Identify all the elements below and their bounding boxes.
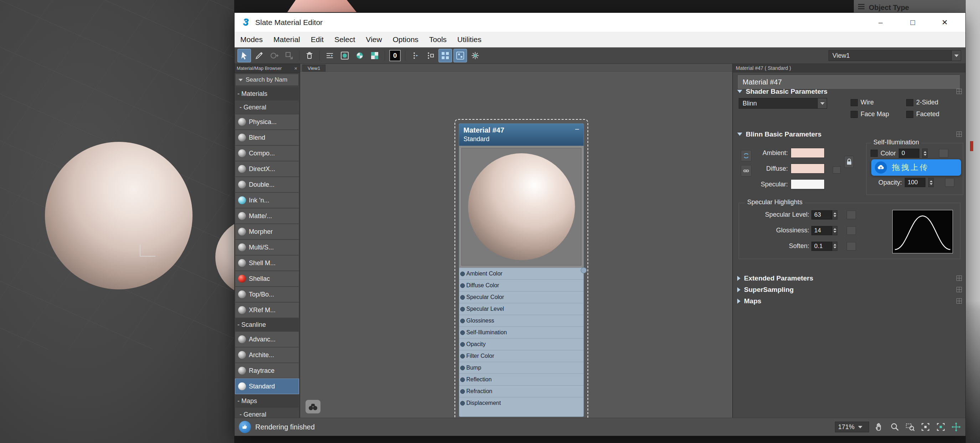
browser-row[interactable]: - Maps [235, 395, 299, 407]
pan-hand-icon[interactable] [875, 422, 885, 432]
browser-row[interactable]: XRef M... [235, 303, 299, 318]
slot-socket-icon[interactable] [460, 272, 465, 276]
browser-row[interactable]: - Scanline [235, 318, 299, 331]
checkbox-box[interactable] [906, 99, 913, 106]
search-dropdown-icon[interactable] [239, 79, 243, 81]
browser-row[interactable]: Shell M... [235, 256, 299, 270]
menu-item[interactable]: Modes [240, 35, 263, 44]
put-to-scene-button[interactable] [267, 49, 281, 62]
node-slot[interactable]: Bump [459, 362, 584, 373]
opacity-map-button[interactable] [945, 178, 955, 187]
zoom-tool-icon[interactable] [890, 422, 900, 432]
dropdown-caret-box[interactable] [951, 51, 961, 60]
show-shaded-material-button[interactable] [353, 49, 366, 62]
material-id-channel-button[interactable] [468, 49, 482, 62]
node-header[interactable]: Material #47 Standard − [459, 124, 584, 146]
rollout-header[interactable]: Extended Parameters [733, 273, 966, 283]
spin-up-icon[interactable] [834, 228, 836, 230]
browser-row[interactable]: Top/Bo... [235, 287, 299, 302]
checkbox-box[interactable] [906, 111, 913, 118]
preview-update-selected-button[interactable] [423, 49, 437, 62]
spin-down-icon[interactable] [930, 183, 932, 185]
delete-button[interactable] [303, 49, 316, 62]
browser-row[interactable]: Multi/S... [235, 240, 299, 255]
rollout-shader-basic[interactable]: Shader Basic Parameters [733, 87, 966, 96]
menu-item[interactable]: Utilities [457, 35, 482, 44]
zoom-extents-icon[interactable] [921, 422, 931, 432]
spinner-arrows[interactable] [832, 210, 837, 219]
zoom-level-dropdown[interactable]: 171% [835, 422, 869, 432]
map-button[interactable] [847, 226, 856, 235]
node-output-socket[interactable] [581, 267, 587, 273]
slot-socket-icon[interactable] [460, 307, 465, 311]
node-slot[interactable]: Specular Color [459, 291, 584, 303]
node-slot[interactable]: Specular Level [459, 303, 584, 315]
pan-zoom-mode-icon[interactable] [951, 422, 961, 432]
layout-all-button[interactable] [439, 49, 452, 62]
shader-checkbox[interactable]: Faceted [906, 111, 962, 118]
rollout-header[interactable]: Maps [733, 296, 966, 306]
preview-slots-count-button[interactable]: 0 [388, 49, 402, 62]
spinner-arrows[interactable] [928, 178, 934, 187]
slot-socket-icon[interactable] [460, 366, 465, 370]
upload-overlay-button[interactable]: 拖拽上传 [871, 159, 961, 176]
spinner-field[interactable]: 63 [811, 210, 832, 219]
menu-item[interactable]: Tools [429, 35, 447, 44]
menu-item[interactable]: Material [274, 35, 300, 44]
checkbox-box[interactable] [851, 111, 858, 118]
slot-socket-icon[interactable] [460, 283, 465, 288]
spin-down-icon[interactable] [924, 154, 926, 156]
browser-row[interactable]: Standard [235, 379, 299, 394]
browser-row[interactable]: Archite... [235, 348, 299, 362]
node-view[interactable]: View1 Material #47 Standard − [300, 64, 732, 418]
browser-row[interactable]: Advanc... [235, 332, 299, 347]
preview-auto-update-button[interactable] [409, 49, 422, 62]
browser-row[interactable]: Double... [235, 177, 299, 192]
spinner-arrows[interactable] [922, 149, 928, 158]
menu-item[interactable]: Options [393, 35, 418, 44]
browser-row[interactable]: - General [235, 408, 299, 418]
slot-socket-icon[interactable] [460, 378, 465, 382]
navigator-button[interactable] [305, 400, 320, 413]
window-titlebar[interactable]: 3 Slate Material Editor – □ ✕ [235, 13, 966, 32]
viewport-sphere[interactable] [45, 142, 192, 289]
select-tool-button[interactable] [237, 49, 251, 62]
spin-up-icon[interactable] [834, 244, 836, 246]
zoom-region-icon[interactable] [905, 422, 915, 432]
rollout-blinn-basic[interactable]: Blinn Basic Parameters [733, 129, 966, 139]
spinner-arrows[interactable] [832, 241, 837, 251]
slot-socket-icon[interactable] [460, 342, 465, 347]
lock-button[interactable] [844, 156, 854, 168]
checkbox-box[interactable] [851, 99, 858, 106]
browser-row[interactable]: Morpher [235, 224, 299, 239]
panel-close-icon[interactable]: × [294, 65, 298, 71]
browser-row[interactable]: - General [235, 101, 299, 114]
self-illum-map-button[interactable] [939, 149, 948, 157]
browser-row[interactable]: Blend [235, 130, 299, 145]
ambient-color-swatch[interactable] [791, 148, 824, 158]
diffuse-map-button[interactable] [833, 167, 841, 173]
slot-socket-icon[interactable] [460, 319, 465, 323]
show-background-button[interactable] [368, 49, 382, 62]
zoom-extents-selected-icon[interactable] [936, 422, 946, 432]
shader-checkbox[interactable]: Face Map [851, 111, 906, 118]
browser-row[interactable]: Compo... [235, 146, 299, 161]
shader-checkbox[interactable]: 2-Sided [906, 99, 962, 106]
spin-down-icon[interactable] [834, 215, 836, 217]
slot-socket-icon[interactable] [460, 354, 465, 359]
node-collapse-button[interactable]: − [575, 125, 579, 134]
material-node[interactable]: Material #47 Standard − [459, 123, 584, 417]
minimize-button[interactable]: – [875, 18, 886, 27]
search-input[interactable]: Search by Nam [246, 76, 287, 83]
search-box[interactable]: Search by Nam [235, 74, 299, 86]
self-illum-spinner[interactable]: 0 [899, 149, 920, 158]
shader-type-dropdown[interactable]: Blinn [739, 98, 827, 109]
move-children-button[interactable] [323, 49, 337, 62]
dropdown-caret-box[interactable] [818, 98, 827, 108]
browser-row[interactable]: Matte/... [235, 208, 299, 224]
node-slot[interactable]: Opacity [459, 338, 584, 350]
node-slot[interactable]: Glossiness [459, 315, 584, 327]
menu-item[interactable]: Edit [311, 35, 324, 44]
browser-row[interactable]: DirectX... [235, 162, 299, 176]
node-slot[interactable]: Displacement [459, 397, 584, 409]
